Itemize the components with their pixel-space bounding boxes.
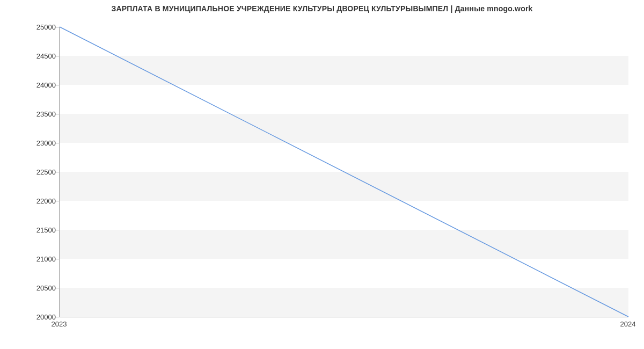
y-tick-mark: [56, 143, 59, 143]
y-tick-label: 21000: [24, 255, 56, 263]
x-tick-label: 2024: [620, 320, 636, 328]
y-tick-mark: [56, 114, 59, 114]
y-tick-mark: [56, 288, 59, 288]
y-tick-label: 24500: [24, 52, 56, 60]
plot-area: [59, 27, 628, 317]
y-tick-mark: [56, 230, 59, 230]
y-tick-label: 24000: [24, 81, 56, 89]
y-tick-label: 23000: [24, 139, 56, 147]
y-tick-mark: [56, 27, 59, 27]
y-tick-label: 25000: [24, 23, 56, 31]
y-tick-mark: [56, 259, 59, 259]
chart-container: 2000020500210002150022000225002300023500…: [0, 16, 644, 338]
y-tick-label: 22500: [24, 168, 56, 176]
y-tick-mark: [56, 201, 59, 201]
y-tick-label: 22000: [24, 197, 56, 205]
y-tick-mark: [56, 172, 59, 172]
y-tick-mark: [56, 317, 59, 317]
y-tick-label: 23500: [24, 110, 56, 118]
y-tick-label: 21500: [24, 226, 56, 234]
series-line: [60, 27, 628, 317]
x-tick-label: 2023: [52, 320, 67, 328]
chart-title: ЗАРПЛАТА В МУНИЦИПАЛЬНОЕ УЧРЕЖДЕНИЕ КУЛЬ…: [0, 0, 644, 13]
y-tick-mark: [56, 85, 59, 85]
y-tick-mark: [56, 56, 59, 56]
y-tick-label: 20500: [24, 284, 56, 292]
line-layer: [60, 27, 628, 317]
